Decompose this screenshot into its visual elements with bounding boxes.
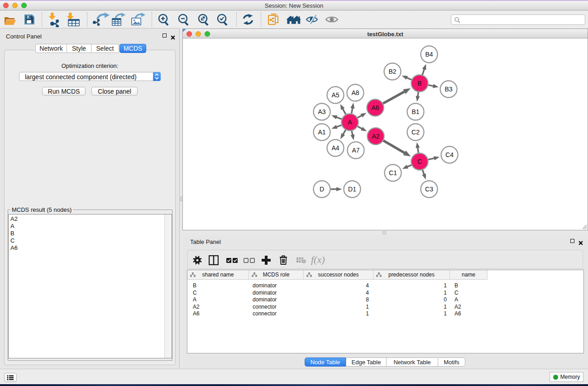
svg-text:A3: A3 bbox=[318, 108, 325, 115]
svg-text:A5: A5 bbox=[331, 91, 339, 99]
svg-text:D: D bbox=[320, 186, 324, 193]
svg-text:C1: C1 bbox=[389, 169, 397, 176]
svg-text:A8: A8 bbox=[351, 89, 359, 96]
svg-text:B4: B4 bbox=[425, 51, 433, 58]
svg-text:A1: A1 bbox=[318, 129, 325, 136]
svg-text:C: C bbox=[417, 158, 422, 165]
svg-text:A2: A2 bbox=[372, 133, 379, 140]
svg-text:A6: A6 bbox=[371, 104, 379, 111]
svg-text:C3: C3 bbox=[425, 186, 433, 193]
svg-text:D1: D1 bbox=[348, 186, 356, 193]
svg-text:B2: B2 bbox=[388, 68, 396, 75]
svg-text:B1: B1 bbox=[411, 108, 419, 115]
svg-text:B: B bbox=[417, 80, 421, 87]
svg-text:A: A bbox=[348, 119, 352, 126]
svg-text:A7: A7 bbox=[352, 147, 359, 154]
svg-text:B3: B3 bbox=[445, 86, 452, 93]
svg-text:C2: C2 bbox=[411, 129, 420, 136]
svg-text:C4: C4 bbox=[445, 151, 454, 158]
svg-text:A4: A4 bbox=[331, 144, 339, 152]
